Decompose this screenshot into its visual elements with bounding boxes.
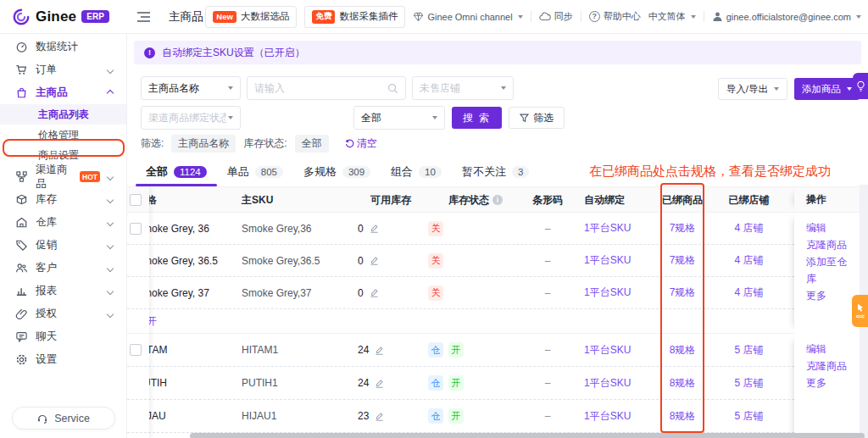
tab-bundle[interactable]: 组合10	[381, 158, 452, 186]
bound-stores-link[interactable]: 4 店铺	[734, 222, 763, 234]
sidebar-item-chat[interactable]: 聊天	[0, 325, 126, 348]
table-row[interactable]: HITAM HITAM1 24 仓开 – 1平台SKU 8规格 5 店铺	[127, 334, 794, 367]
bound-stores-link[interactable]: 5 店铺	[734, 344, 763, 356]
select-all-checkbox[interactable]	[130, 194, 142, 206]
clone-action[interactable]: 克隆商品	[806, 358, 853, 374]
table-row[interactable]: HIJAU HIJAU1 23 仓开 – 1平台SKU 8规格 5 店铺	[127, 400, 794, 433]
more-action[interactable]: 更多	[806, 374, 853, 391]
chevron-down-icon	[856, 15, 861, 19]
bound-products-link[interactable]: 8规格	[670, 344, 696, 356]
erp-badge: ERP	[81, 10, 109, 23]
unsold-store-select[interactable]: 未售店铺	[412, 76, 514, 100]
brand-logo[interactable]: Ginee ERP	[0, 8, 127, 26]
row-checkbox[interactable]	[130, 344, 142, 356]
status-on-badge: 开	[448, 375, 464, 391]
row-checkbox[interactable]	[130, 223, 142, 235]
applied-filter-stock-tag[interactable]: 全部	[295, 135, 329, 152]
search-field-select[interactable]: 主商品名称	[141, 76, 241, 100]
keyword-input[interactable]	[254, 82, 387, 94]
import-export-button[interactable]: 导入/导出	[718, 78, 787, 100]
tag-icon	[15, 239, 28, 252]
sidebar-item-orders[interactable]: 订单	[0, 58, 126, 81]
sidebar-subitem-price-management[interactable]: 价格管理	[0, 125, 126, 145]
edit-action[interactable]: 编辑	[806, 341, 853, 358]
sidebar-item-inventory[interactable]: 库存	[0, 188, 126, 211]
autobind-link[interactable]: 1平台SKU	[584, 344, 631, 356]
bound-products-link[interactable]: 8规格	[670, 377, 696, 389]
language-menu[interactable]: 中文简体	[648, 10, 696, 23]
new-badge: New	[213, 11, 236, 23]
top-bar: Ginee ERP 主商品 New 大数据选品 免费 数据采集插件 Ginee …	[0, 0, 868, 34]
bound-stores-link[interactable]: 4 店铺	[734, 286, 763, 298]
filter-button[interactable]: 筛选	[509, 107, 565, 129]
sidebar-item-authorization[interactable]: 授权	[0, 302, 126, 325]
sidebar-subitem-master-product-list[interactable]: 主商品列表	[0, 104, 126, 125]
info-icon[interactable]: i	[492, 195, 503, 205]
bound-stores-link[interactable]: 5 店铺	[734, 410, 763, 422]
clear-filters-link[interactable]: 清空	[345, 136, 377, 151]
menu-fold-icon[interactable]	[137, 12, 150, 22]
table-row[interactable]: Smoke Grey, 37 Smoke Grey,37 0 关 – 1平台SK…	[127, 277, 794, 309]
tab-single[interactable]: 单品805	[217, 158, 293, 186]
tab-ignored[interactable]: 暂不关注3	[452, 158, 539, 186]
clone-action[interactable]: 克隆商品	[806, 236, 853, 253]
bound-products-link[interactable]: 7规格	[670, 286, 696, 298]
autobind-link[interactable]: 1平台SKU	[584, 410, 631, 422]
sidebar-item-warehouse[interactable]: 仓库	[0, 211, 126, 234]
bound-products-link[interactable]: 8规格	[670, 410, 696, 422]
help-center-menu[interactable]: ? 帮助中心	[589, 10, 641, 23]
edit-stock-icon[interactable]	[375, 379, 384, 388]
tab-multi-variation[interactable]: 多规格309	[293, 158, 381, 186]
chevron-down-icon	[847, 87, 852, 91]
bound-stores-link[interactable]: 5 店铺	[734, 377, 763, 389]
funnel-icon	[520, 114, 529, 123]
sidebar-item-master-products[interactable]: 主商品	[0, 81, 126, 104]
edit-stock-icon[interactable]	[375, 412, 384, 421]
stock-status-select[interactable]: 全部	[353, 106, 445, 130]
data-collection-plugin-button[interactable]: 免费 数据采集插件	[304, 6, 405, 28]
horizontal-scrollbar[interactable]	[190, 433, 865, 438]
table-row[interactable]: Smoke Grey, 36 Smoke Grey,36 0 关 – 1平台SK…	[127, 213, 794, 245]
bound-products-link[interactable]: 7规格	[670, 222, 696, 234]
sidebar-item-reports[interactable]: 报表	[0, 280, 126, 302]
sync-menu[interactable]: 同步	[539, 10, 573, 23]
big-data-selection-button[interactable]: New 大数据选品	[205, 6, 297, 28]
sidebar-item-channel-products[interactable]: 渠道商品 HOT	[0, 165, 126, 188]
autobind-link[interactable]: 1平台SKU	[584, 377, 631, 389]
table-row[interactable]: PUTIH PUTIH1 24 仓开 – 1平台SKU 8规格 5 店铺	[127, 367, 794, 400]
edit-stock-icon[interactable]	[370, 224, 379, 233]
column-bound-products: 已绑商品	[661, 193, 704, 208]
edit-stock-icon[interactable]	[375, 346, 384, 355]
guide-drawer-tab[interactable]: <<<	[852, 295, 868, 327]
auto-bind-banner[interactable]: ! 自动绑定主SKU设置（已开启）	[134, 41, 861, 64]
search-button[interactable]: 搜 索	[452, 107, 502, 129]
more-action[interactable]: 更多	[806, 287, 853, 304]
bind-status-select[interactable]: 渠道商品绑定状态	[141, 106, 241, 130]
chevron-down-icon	[774, 87, 779, 91]
tab-all[interactable]: 全部1124	[136, 158, 217, 186]
add-product-button[interactable]: 添加商品	[794, 78, 860, 100]
bound-stores-link[interactable]: 4 店铺	[734, 254, 763, 266]
sidebar-item-customers[interactable]: 客户	[0, 257, 126, 280]
edit-action[interactable]: 编辑	[806, 219, 853, 236]
sidebar-item-promotion[interactable]: 促销	[0, 234, 126, 257]
autobind-link[interactable]: 1平台SKU	[584, 254, 631, 266]
expand-link[interactable]: 展开	[149, 314, 157, 329]
autobind-link[interactable]: 1平台SKU	[584, 286, 631, 298]
sidebar-item-settings[interactable]: 设置	[0, 348, 126, 371]
sidebar-item-data-statistics[interactable]: 数据统计	[0, 36, 126, 58]
status-warehouse-badge: 仓	[428, 342, 443, 358]
table-row[interactable]: Smoke Grey, 36.5 Smoke Grey,36.5 0 关 – 1…	[127, 245, 794, 277]
omni-channel-menu[interactable]: Ginee Omni channel	[413, 12, 522, 22]
tips-drawer-tab[interactable]	[853, 73, 868, 99]
autobind-link[interactable]: 1平台SKU	[584, 222, 631, 234]
bound-products-link[interactable]: 7规格	[670, 254, 696, 266]
edit-stock-icon[interactable]	[370, 256, 379, 265]
edit-stock-icon[interactable]	[370, 288, 379, 297]
ginee-logo-icon	[12, 8, 31, 26]
service-button[interactable]: Service	[12, 407, 115, 430]
account-menu[interactable]: ginee.officialstore@ginee.com	[712, 11, 861, 22]
brand-name: Ginee	[36, 8, 76, 25]
add-to-warehouse-action[interactable]: 添加至仓库	[806, 253, 853, 287]
applied-filter-field-tag[interactable]: 主商品名称	[171, 135, 236, 152]
